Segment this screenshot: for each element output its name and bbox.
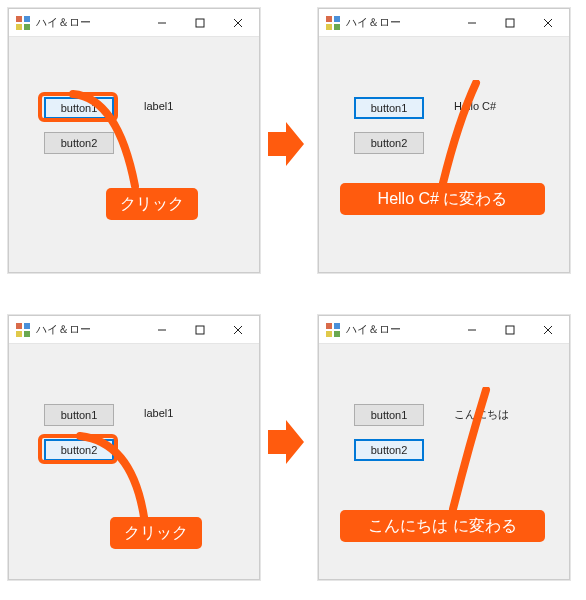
window-title: ハイ＆ロー <box>346 322 453 337</box>
svg-rect-1 <box>24 16 30 22</box>
label1: Hello C# <box>454 100 496 112</box>
label1: label1 <box>144 407 173 419</box>
svg-rect-10 <box>326 24 332 30</box>
svg-rect-27 <box>334 331 340 337</box>
svg-rect-24 <box>326 323 332 329</box>
app-icon <box>15 15 31 31</box>
client-area: button1 button2 こんにちは <box>319 344 569 579</box>
button1[interactable]: button1 <box>354 97 424 119</box>
minimize-button[interactable] <box>143 316 181 343</box>
window-title: ハイ＆ロー <box>346 15 453 30</box>
svg-rect-13 <box>506 19 514 27</box>
window-controls <box>453 9 567 36</box>
svg-rect-5 <box>196 19 204 27</box>
callout-result: こんにちは に変わる <box>340 510 545 542</box>
svg-rect-19 <box>24 331 30 337</box>
svg-rect-3 <box>24 24 30 30</box>
panel-before-button1: ハイ＆ロー button1 button2 label1 クリック <box>8 8 268 285</box>
client-area: button1 button2 label1 <box>9 37 259 272</box>
titlebar: ハイ＆ロー <box>9 316 259 344</box>
minimize-button[interactable] <box>453 316 491 343</box>
panel-after-button2: ハイ＆ロー button1 button2 こんにちは こんにちは に変わる <box>318 315 578 592</box>
svg-marker-33 <box>268 420 304 464</box>
button2[interactable]: button2 <box>44 132 114 154</box>
app-icon <box>325 322 341 338</box>
svg-rect-29 <box>506 326 514 334</box>
button1[interactable]: button1 <box>44 404 114 426</box>
callout-click: クリック <box>106 188 198 220</box>
svg-rect-18 <box>16 331 22 337</box>
button2[interactable]: button2 <box>44 439 114 461</box>
window-controls <box>143 9 257 36</box>
app-icon <box>15 322 31 338</box>
maximize-button[interactable] <box>491 9 529 36</box>
close-button[interactable] <box>219 316 257 343</box>
svg-rect-8 <box>326 16 332 22</box>
titlebar: ハイ＆ロー <box>319 9 569 37</box>
button1[interactable]: button1 <box>354 404 424 426</box>
svg-rect-0 <box>16 16 22 22</box>
callout-result: Hello C# に変わる <box>340 183 545 215</box>
label1: label1 <box>144 100 173 112</box>
svg-rect-9 <box>334 16 340 22</box>
panel-after-button1: ハイ＆ロー button1 button2 Hello C# Hello C# … <box>318 8 578 285</box>
minimize-button[interactable] <box>453 9 491 36</box>
close-button[interactable] <box>529 9 567 36</box>
client-area: button1 button2 Hello C# <box>319 37 569 272</box>
window-controls <box>453 316 567 343</box>
button1[interactable]: button1 <box>44 97 114 119</box>
svg-rect-16 <box>16 323 22 329</box>
svg-rect-2 <box>16 24 22 30</box>
transition-arrow-icon <box>268 122 304 166</box>
button2[interactable]: button2 <box>354 439 424 461</box>
titlebar: ハイ＆ロー <box>319 316 569 344</box>
maximize-button[interactable] <box>491 316 529 343</box>
panel-before-button2: ハイ＆ロー button1 button2 label1 クリック <box>8 315 268 592</box>
svg-rect-17 <box>24 323 30 329</box>
window-controls <box>143 316 257 343</box>
svg-rect-21 <box>196 326 204 334</box>
label1: こんにちは <box>454 407 509 422</box>
window-title: ハイ＆ロー <box>36 322 143 337</box>
button2[interactable]: button2 <box>354 132 424 154</box>
titlebar: ハイ＆ロー <box>9 9 259 37</box>
maximize-button[interactable] <box>181 9 219 36</box>
window: ハイ＆ロー button1 button2 Hello C# <box>318 8 570 273</box>
svg-marker-32 <box>268 122 304 166</box>
maximize-button[interactable] <box>181 316 219 343</box>
close-button[interactable] <box>529 316 567 343</box>
window: ハイ＆ロー button1 button2 label1 <box>8 8 260 273</box>
svg-rect-25 <box>334 323 340 329</box>
callout-click: クリック <box>110 517 202 549</box>
svg-rect-26 <box>326 331 332 337</box>
app-icon <box>325 15 341 31</box>
close-button[interactable] <box>219 9 257 36</box>
minimize-button[interactable] <box>143 9 181 36</box>
window-title: ハイ＆ロー <box>36 15 143 30</box>
transition-arrow-icon <box>268 420 304 464</box>
svg-rect-11 <box>334 24 340 30</box>
